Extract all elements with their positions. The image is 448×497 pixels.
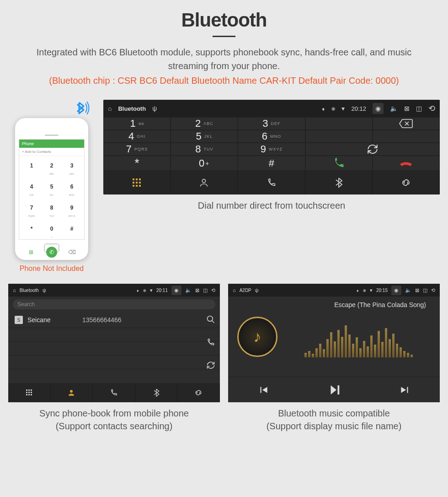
- key-2[interactable]: 2ABC: [171, 117, 238, 130]
- key-6[interactable]: 6MNO: [238, 130, 305, 143]
- recent-apps-icon[interactable]: ◫: [203, 287, 208, 293]
- key-8[interactable]: 8TUV: [171, 143, 238, 156]
- spacer: [305, 117, 373, 130]
- svg-rect-15: [28, 392, 30, 393]
- prev-track-button[interactable]: [257, 384, 269, 396]
- contact-name: Seicane: [27, 316, 82, 324]
- dialer-tabs: [103, 171, 440, 194]
- svg-rect-16: [31, 392, 32, 393]
- phone-key-5: 5JKL: [42, 180, 61, 200]
- contact-row-empty: [8, 369, 220, 383]
- svg-rect-19: [31, 394, 32, 395]
- add-to-contacts: + Add to Contacts: [19, 148, 84, 156]
- contacts-caption-1: Sync phone-book from mobile phone: [8, 407, 220, 420]
- redial-button[interactable]: [305, 143, 440, 156]
- key-9[interactable]: 9WXYZ: [238, 143, 305, 156]
- call-button[interactable]: [305, 156, 373, 171]
- bluetooth-specs: (Bluetooth chip : CSR BC6 Default Blueto…: [8, 76, 440, 86]
- music-caption-1: Bluetooth music compatible: [228, 407, 440, 420]
- usb-icon: ψ: [43, 287, 46, 293]
- spacer: [305, 130, 373, 143]
- dialer-caption: Dial number direct from touchscreen: [103, 199, 440, 212]
- next-track-button[interactable]: [399, 384, 411, 396]
- volume-icon[interactable]: 🔈: [405, 287, 411, 293]
- tab-bluetooth[interactable]: [135, 383, 178, 402]
- back-icon[interactable]: ⟲: [211, 287, 215, 293]
- svg-rect-4: [136, 182, 138, 184]
- tab-devices[interactable]: [177, 383, 220, 402]
- music-screen: ⌂ A2DP ψ ⬧ ⎈ ▾ 20:15 ◉ 🔈 ⊠ ◫ ⟲ Escape (T…: [228, 284, 440, 402]
- svg-point-10: [208, 316, 213, 322]
- tab-calllog[interactable]: [93, 383, 135, 402]
- key-4[interactable]: 4GHI: [103, 130, 171, 143]
- search-icon[interactable]: [206, 315, 215, 324]
- status-time: 20:12: [351, 105, 366, 112]
- svg-rect-12: [28, 389, 30, 391]
- svg-rect-14: [26, 392, 27, 393]
- hangup-button[interactable]: [373, 156, 440, 171]
- usb-icon: ψ: [152, 105, 157, 112]
- music-note-icon: ♪: [254, 328, 261, 346]
- phone-key-8: 8TUV: [42, 201, 61, 221]
- back-icon[interactable]: ⟲: [428, 103, 435, 113]
- album-art: ♪: [237, 317, 277, 357]
- tab-keypad[interactable]: [103, 171, 171, 194]
- key-5[interactable]: 5JKL: [171, 130, 238, 143]
- phone-key-7: 7PQRS: [22, 201, 41, 221]
- svg-point-20: [70, 390, 73, 393]
- home-icon[interactable]: ⌂: [108, 105, 112, 112]
- contacts-screen: ⌂ Bluetooth ψ ⬧ ⎈ ▾ 20:11 ◉ 🔈 ⊠ ◫ ⟲ Sear…: [8, 284, 220, 402]
- key-3[interactable]: 3DEF: [238, 117, 305, 130]
- volume-icon[interactable]: 🔈: [185, 287, 192, 293]
- contact-initial: S: [15, 316, 23, 324]
- close-app-icon[interactable]: ⊠: [404, 105, 410, 112]
- phone-mockup: Phone + Add to Contacts 12ABC3DEF4GHI5JK…: [15, 118, 88, 260]
- svg-rect-18: [28, 394, 30, 395]
- usb-icon: ψ: [255, 287, 259, 293]
- screenshot-icon[interactable]: ◉: [391, 286, 401, 295]
- svg-rect-6: [133, 185, 134, 187]
- key-star[interactable]: *: [103, 156, 171, 171]
- home-icon[interactable]: ⌂: [233, 287, 236, 293]
- equalizer-visual: [287, 316, 431, 357]
- tab-contacts[interactable]: [51, 383, 93, 402]
- back-icon[interactable]: ⟲: [431, 287, 435, 293]
- call-icon[interactable]: [206, 338, 215, 347]
- song-title: Escape (The Pina Colada Song): [334, 301, 426, 308]
- backspace-button[interactable]: [373, 117, 440, 130]
- recent-apps-icon[interactable]: ◫: [416, 105, 422, 112]
- svg-rect-2: [139, 178, 141, 180]
- sync-icon[interactable]: [206, 361, 215, 370]
- wifi-icon: ▾: [150, 287, 153, 293]
- play-pause-button[interactable]: [327, 383, 341, 397]
- recent-apps-icon[interactable]: ◫: [423, 287, 427, 293]
- screenshot-icon[interactable]: ◉: [373, 103, 384, 114]
- close-app-icon[interactable]: ⊠: [195, 287, 199, 293]
- key-7[interactable]: 7PQRS: [103, 143, 171, 156]
- contact-row-empty: [8, 342, 220, 356]
- key-0[interactable]: 0+: [171, 156, 238, 171]
- music-caption-2: (Support display music file name): [228, 420, 440, 432]
- title-underline: [213, 36, 235, 37]
- key-1[interactable]: 1օօ: [103, 117, 171, 130]
- contacts-caption-2: (Support contacts searching): [8, 420, 220, 432]
- screenshot-icon[interactable]: ◉: [171, 286, 181, 295]
- tab-calllog[interactable]: [238, 171, 305, 194]
- key-hash[interactable]: #: [238, 156, 305, 171]
- svg-rect-8: [139, 185, 141, 187]
- status-app-name: Bluetooth: [20, 288, 39, 293]
- svg-rect-5: [139, 182, 141, 184]
- volume-icon[interactable]: 🔈: [390, 105, 398, 112]
- home-icon[interactable]: ⌂: [13, 287, 16, 293]
- close-app-icon[interactable]: ⊠: [415, 287, 419, 293]
- tab-devices[interactable]: [373, 171, 440, 194]
- tab-bluetooth[interactable]: [305, 171, 373, 194]
- bluetooth-icon: ⬧: [321, 105, 325, 112]
- bluetooth-icon: ⬧: [356, 287, 359, 293]
- contact-row[interactable]: S Seicane 13566664466: [8, 312, 220, 328]
- phone-key-*: *: [22, 222, 41, 242]
- tab-keypad[interactable]: [8, 383, 51, 402]
- tab-contacts[interactable]: [171, 171, 238, 194]
- svg-rect-1: [136, 178, 138, 180]
- search-input[interactable]: Search: [13, 299, 215, 309]
